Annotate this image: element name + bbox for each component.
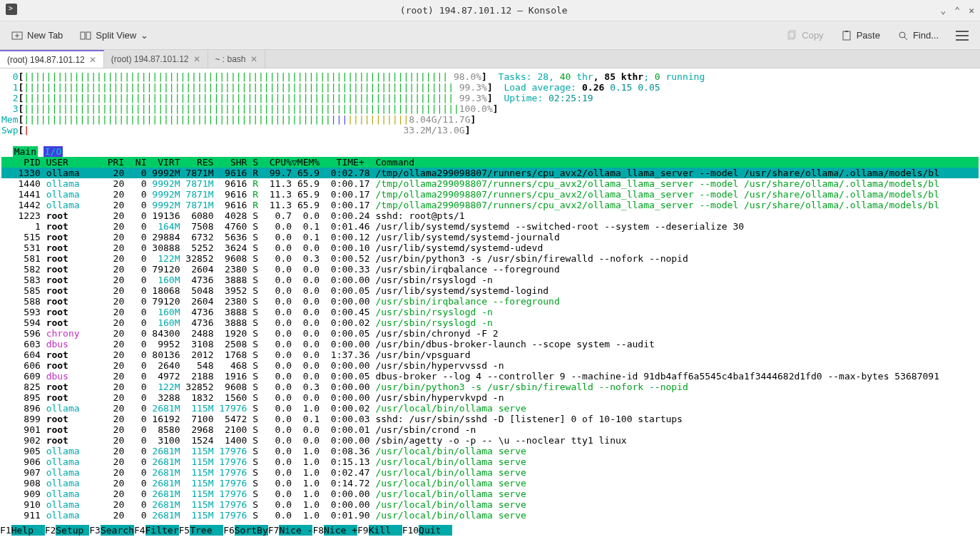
process-row[interactable]: 895 root 20 0 3288 1832 1560 S 0.0 0.0 0… bbox=[1, 392, 504, 403]
process-row[interactable]: 594 root 20 0 160M 4736 3888 S 0.0 0.0 0… bbox=[1, 317, 493, 328]
close-icon[interactable]: ✕ bbox=[969, 5, 974, 16]
tab-label: ~ : bash bbox=[215, 54, 246, 64]
process-row[interactable]: 1440 ollama 20 0 9992M 7871M 9616 R 11.3… bbox=[1, 178, 939, 189]
new-tab-button[interactable]: New Tab bbox=[7, 27, 67, 44]
process-row[interactable]: 905 ollama 20 0 2681M 115M 17976 S 0.0 1… bbox=[1, 446, 526, 456]
process-row[interactable]: 593 root 20 0 160M 4736 3888 S 0.0 0.0 0… bbox=[1, 307, 493, 317]
find-label: Find... bbox=[913, 30, 939, 41]
paste-icon bbox=[841, 30, 852, 41]
toolbar: New Tab Split View ⌄ Copy Paste Find... bbox=[0, 21, 980, 50]
process-row[interactable]: 896 ollama 20 0 2681M 115M 17976 S 0.0 1… bbox=[1, 403, 526, 414]
process-row[interactable]: 906 ollama 20 0 2681M 115M 17976 S 0.0 1… bbox=[1, 456, 526, 467]
tab-close-icon[interactable]: ✕ bbox=[250, 54, 257, 64]
svg-point-9 bbox=[899, 32, 905, 38]
process-row[interactable]: 583 root 20 0 160M 4736 3888 S 0.0 0.0 0… bbox=[1, 275, 493, 285]
split-view-label: Split View bbox=[96, 30, 136, 41]
paste-button[interactable]: Paste bbox=[837, 27, 884, 44]
process-row[interactable]: 910 ollama 20 0 2681M 115M 17976 S 0.0 1… bbox=[1, 499, 526, 510]
chevron-down-icon: ⌄ bbox=[141, 30, 148, 41]
find-icon bbox=[897, 30, 909, 41]
svg-rect-4 bbox=[86, 32, 91, 39]
split-view-button[interactable]: Split View ⌄ bbox=[76, 27, 153, 44]
app-icon bbox=[6, 4, 27, 17]
process-row-selected[interactable]: 1330 ollama 20 0 9992M 7871M 9616 R 99.7… bbox=[1, 168, 979, 178]
tab-label: (root) 194.87.101.12 bbox=[7, 55, 85, 65]
terminal-tab[interactable]: ~ : bash✕ bbox=[208, 50, 265, 68]
svg-line-10 bbox=[904, 37, 907, 40]
hamburger-icon bbox=[956, 31, 969, 41]
copy-icon bbox=[786, 30, 797, 41]
process-row[interactable]: 581 root 20 0 122M 32852 9608 S 0.0 0.3 … bbox=[1, 253, 688, 264]
maximize-icon[interactable]: ⌃ bbox=[954, 5, 960, 16]
process-row[interactable]: 588 root 20 0 79120 2604 2380 S 0.0 0.0 … bbox=[1, 296, 560, 307]
process-row[interactable]: 585 root 20 0 18068 5048 3952 S 0.0 0.0 … bbox=[1, 285, 548, 296]
window-title: (root) 194.87.101.12 — Konsole bbox=[27, 5, 941, 16]
split-view-icon bbox=[80, 30, 91, 41]
svg-rect-8 bbox=[845, 31, 848, 32]
process-row[interactable]: 1 root 20 0 164M 7508 4760 S 0.0 0.1 0:0… bbox=[1, 221, 744, 232]
menu-button[interactable] bbox=[951, 28, 973, 44]
tab-label: (root) 194.87.101.12 bbox=[111, 54, 189, 64]
svg-rect-3 bbox=[81, 32, 85, 39]
terminal-content[interactable]: 0[||||||||||||||||||||||||||||||||||||||… bbox=[0, 68, 980, 536]
process-row[interactable]: 909 ollama 20 0 2681M 115M 17976 S 0.0 1… bbox=[1, 489, 526, 499]
process-row[interactable]: 901 root 20 0 8580 2968 2100 S 0.0 0.0 0… bbox=[1, 424, 476, 435]
terminal-tab[interactable]: (root) 194.87.101.12✕ bbox=[0, 50, 104, 68]
svg-rect-7 bbox=[843, 31, 850, 40]
process-row[interactable]: 899 root 20 0 16192 7100 5472 S 0.0 0.1 … bbox=[1, 414, 683, 424]
process-row[interactable]: 1441 ollama 20 0 9992M 7871M 9616 R 11.3… bbox=[1, 189, 939, 200]
process-row[interactable]: 1223 root 20 0 19136 6080 4028 S 0.7 0.0… bbox=[1, 210, 465, 221]
terminal-tab[interactable]: (root) 194.87.101.12✕ bbox=[104, 50, 208, 68]
process-row[interactable]: 911 ollama 20 0 2681M 115M 17976 S 0.0 1… bbox=[1, 510, 526, 521]
new-tab-label: New Tab bbox=[27, 30, 63, 41]
find-button[interactable]: Find... bbox=[893, 27, 943, 44]
tab-close-icon[interactable]: ✕ bbox=[89, 55, 96, 65]
process-row[interactable]: 604 root 20 0 80136 2012 1768 S 0.0 0.0 … bbox=[1, 349, 471, 360]
copy-button[interactable]: Copy bbox=[782, 27, 827, 44]
process-row[interactable]: 596 chrony 20 0 84300 2488 1920 S 0.0 0.… bbox=[1, 328, 499, 339]
tab-close-icon[interactable]: ✕ bbox=[193, 54, 200, 64]
process-row[interactable]: 907 ollama 20 0 2681M 115M 17976 S 0.0 1… bbox=[1, 467, 526, 478]
paste-label: Paste bbox=[857, 30, 880, 41]
window-titlebar: (root) 194.87.101.12 — Konsole ⌄ ⌃ ✕ bbox=[0, 0, 980, 21]
process-row[interactable]: 825 root 20 0 122M 32852 9608 S 0.0 0.3 … bbox=[1, 382, 688, 392]
process-row[interactable]: 609 dbus 20 0 4972 2188 1916 S 0.0 0.0 0… bbox=[1, 371, 939, 382]
process-row[interactable]: 603 dbus 20 0 9952 3108 2508 S 0.0 0.0 0… bbox=[1, 339, 655, 349]
process-row[interactable]: 1442 ollama 20 0 9992M 7871M 9616 R 11.3… bbox=[1, 200, 939, 210]
function-key-bar[interactable]: F1Help F2Setup F3SearchF4FilterF5Tree F6… bbox=[0, 525, 980, 536]
copy-label: Copy bbox=[802, 30, 823, 41]
process-row[interactable]: 606 root 20 0 2640 548 468 S 0.0 0.0 0:0… bbox=[1, 360, 504, 371]
new-tab-icon bbox=[11, 30, 23, 41]
tab-strip: (root) 194.87.101.12✕(root) 194.87.101.1… bbox=[0, 50, 980, 68]
process-row[interactable]: 531 root 20 0 30888 5252 3624 S 0.0 0.0 … bbox=[1, 242, 543, 253]
minimize-icon[interactable]: ⌄ bbox=[941, 5, 946, 16]
process-row[interactable]: 908 ollama 20 0 2681M 115M 17976 S 0.0 1… bbox=[1, 478, 526, 489]
process-row[interactable]: 902 root 20 0 3100 1524 1400 S 0.0 0.0 0… bbox=[1, 435, 627, 446]
process-row[interactable]: 515 root 20 0 29884 6732 5636 S 0.0 0.1 … bbox=[1, 232, 560, 242]
process-row[interactable]: 582 root 20 0 79120 2604 2380 S 0.0 0.0 … bbox=[1, 264, 560, 275]
